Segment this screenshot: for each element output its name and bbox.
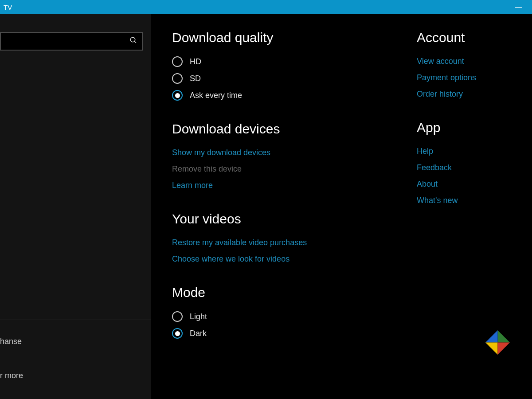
sidebar: hanse r more — [0, 14, 151, 399]
link-about[interactable]: About — [417, 176, 519, 192]
minimize-button[interactable]: ― — [509, 3, 528, 11]
download-devices-heading: Download devices — [172, 121, 408, 137]
link-order-history[interactable]: Order history — [417, 86, 519, 102]
link-choose-video-locations[interactable]: Choose where we look for videos — [172, 251, 408, 267]
radio-label: Light — [190, 312, 207, 321]
app-group: App Help Feedback About What's new — [417, 120, 519, 209]
sidebar-divider — [0, 320, 151, 320]
svg-marker-4 — [485, 343, 498, 355]
app-heading: App — [417, 120, 519, 135]
main-content: Download quality HD SD Ask every time — [151, 14, 532, 399]
search-input[interactable] — [7, 37, 129, 45]
your-videos-group: Your videos Restore my available video p… — [172, 211, 408, 267]
radio-hd[interactable]: HD — [172, 53, 408, 70]
svg-line-1 — [134, 41, 136, 43]
account-group: Account View account Payment options Ord… — [417, 30, 519, 102]
sidebar-bottom-item[interactable]: r more — [0, 365, 151, 387]
windows-club-logo-icon — [485, 330, 510, 355]
radio-sd[interactable]: SD — [172, 70, 408, 87]
radio-label: Dark — [190, 329, 207, 338]
window-title: TV — [4, 4, 12, 11]
radio-ask-every-time[interactable]: Ask every time — [172, 87, 408, 104]
sidebar-bottom: hanse r more — [0, 331, 151, 399]
download-devices-group: Download devices Show my download device… — [172, 121, 408, 194]
download-quality-heading: Download quality — [172, 30, 408, 45]
link-restore-purchases[interactable]: Restore my available video purchases — [172, 235, 408, 251]
radio-light[interactable]: Light — [172, 308, 408, 325]
svg-marker-5 — [498, 343, 510, 355]
link-show-download-devices[interactable]: Show my download devices — [172, 145, 408, 161]
app-window: TV ― hanse r more — [0, 0, 532, 399]
link-whats-new[interactable]: What's new — [417, 192, 519, 209]
link-help[interactable]: Help — [417, 143, 519, 160]
account-heading: Account — [417, 30, 519, 45]
svg-marker-2 — [498, 330, 510, 343]
mode-heading: Mode — [172, 285, 408, 300]
your-videos-heading: Your videos — [172, 211, 408, 227]
svg-marker-3 — [485, 330, 498, 343]
link-view-account[interactable]: View account — [417, 53, 519, 70]
link-feedback[interactable]: Feedback — [417, 160, 519, 176]
radio-dark[interactable]: Dark — [172, 325, 408, 342]
download-quality-group: Download quality HD SD Ask every time — [172, 30, 408, 104]
radio-icon — [172, 328, 183, 339]
link-learn-more[interactable]: Learn more — [172, 177, 408, 194]
radio-icon — [172, 90, 183, 101]
search-box[interactable] — [0, 32, 143, 51]
titlebar: TV ― — [0, 0, 532, 14]
link-payment-options[interactable]: Payment options — [417, 70, 519, 86]
sidebar-bottom-item[interactable]: hanse — [0, 331, 151, 352]
svg-point-0 — [130, 37, 135, 42]
radio-label: SD — [190, 74, 201, 83]
radio-icon — [172, 311, 183, 322]
radio-icon — [172, 73, 183, 84]
app-body: hanse r more Download quality HD SD — [0, 14, 532, 399]
radio-label: HD — [190, 57, 201, 66]
radio-label: Ask every time — [190, 91, 242, 100]
search-icon — [129, 36, 137, 47]
settings-column: Download quality HD SD Ask every time — [172, 30, 408, 399]
link-remove-this-device: Remove this device — [172, 161, 408, 177]
mode-group: Mode Light Dark — [172, 285, 408, 342]
radio-icon — [172, 56, 183, 67]
